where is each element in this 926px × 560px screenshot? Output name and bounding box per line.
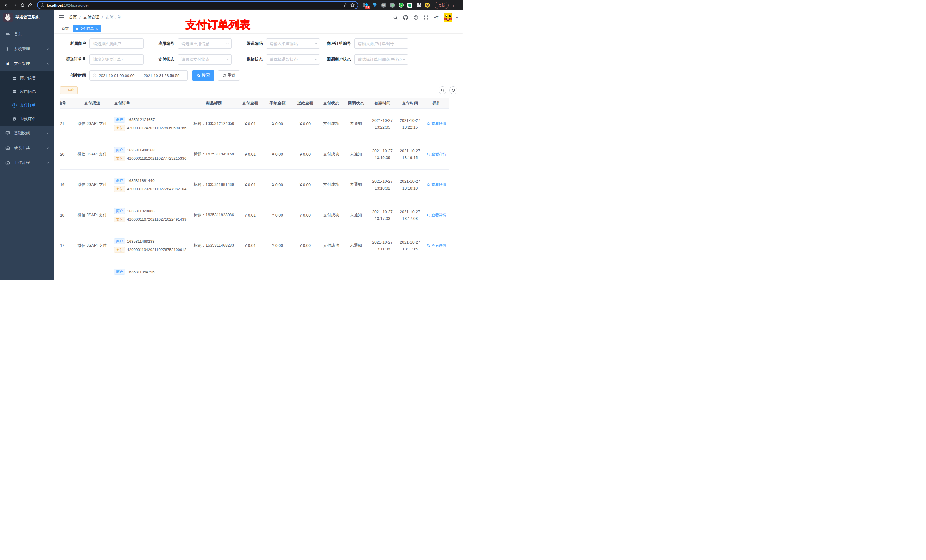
sidebar-item-workflow[interactable]: 工作流程 <box>0 155 54 170</box>
yen-icon: ¥ <box>5 62 10 66</box>
date-range-picker[interactable]: 2021-10-01 00:00:00 - 2021-10-31 23:59:5… <box>89 70 188 80</box>
merchant-tag: 商户 <box>114 269 125 275</box>
date-end: 2021-10-31 23:59:59 <box>144 73 179 78</box>
view-detail-link[interactable]: 查看详情 <box>427 152 446 157</box>
sidebar-item-system[interactable]: 系统管理 <box>0 42 54 56</box>
pay-tag: 支付 <box>114 247 125 253</box>
filter-row-3: 创建时间 2021-10-01 00:00:00 - 2021-10-31 23… <box>60 70 457 80</box>
url-text[interactable]: localhost:1024/pay/order <box>47 3 341 8</box>
browser-reload-button[interactable] <box>19 2 26 9</box>
view-detail-link[interactable]: 查看详情 <box>427 121 446 126</box>
tab-home[interactable]: 首页 <box>59 25 71 32</box>
refund-status-select[interactable] <box>266 54 320 65</box>
sidebar-item-merchant-info[interactable]: 商户信息 <box>0 71 54 85</box>
balloon-extension-icon[interactable] <box>372 3 377 8</box>
notify-status-select[interactable] <box>354 54 409 65</box>
sidebar-item-dev-tools[interactable]: 研发工具 <box>0 140 54 155</box>
channel-pay-no: 4200001174202110278060590766 <box>127 126 186 130</box>
chat-extension-icon[interactable] <box>407 3 412 8</box>
merchant-order-no-input[interactable] <box>354 38 409 49</box>
pay-order-cell: 商户 1635311468233 支付 42000011942021102767… <box>111 236 191 255</box>
sidebar-item-refund-order[interactable]: 退款订单 <box>0 112 54 126</box>
toggle-search-button[interactable] <box>439 86 446 94</box>
sidebar-collapse-icon[interactable] <box>59 15 64 20</box>
share-icon[interactable] <box>344 3 348 8</box>
extensions-row: 10 ⌘ y <box>363 3 430 8</box>
url-bar[interactable]: localhost:1024/pay/order <box>37 1 358 9</box>
site-info-icon[interactable] <box>41 3 44 7</box>
user-avatar[interactable] <box>443 13 452 22</box>
pay-order-cell: 商户 1635311949168 支付 42000011812021102777… <box>111 145 191 164</box>
annotation-title: 支付订单列表 <box>185 18 250 32</box>
browser-home-button[interactable] <box>27 2 34 9</box>
pay-order-cell: 商户 1635312124657 支付 42000011742021102780… <box>111 114 191 133</box>
pay-amount: ¥ 0.01 <box>237 183 264 187</box>
refund-amount: ¥ 0.00 <box>291 183 319 187</box>
filter-channel-order-no: 渠道订单号 <box>60 54 148 65</box>
pay-tag: 支付 <box>114 155 125 162</box>
filter-app-no: 应用编号 <box>148 38 237 49</box>
breadcrumb-payment[interactable]: 支付管理 <box>83 15 99 20</box>
app-logo-row[interactable]: 芋道管理系统 <box>0 10 54 24</box>
merchant-select-input[interactable] <box>89 38 144 49</box>
view-detail-link[interactable]: 查看详情 <box>427 213 446 218</box>
filter-refund-status: 退款状态 <box>237 54 325 65</box>
breadcrumb-home[interactable]: 首页 <box>69 15 77 20</box>
active-dot-icon <box>76 27 78 30</box>
notify-status: 未通知 <box>343 213 368 218</box>
pay-order-page: 所属商户 应用编号 渠道编码 商户订单编号 <box>54 33 463 280</box>
search-button[interactable]: 搜索 <box>192 70 215 80</box>
app-select-input[interactable] <box>178 38 232 49</box>
font-size-icon[interactable]: TT <box>434 15 438 20</box>
filter-row-2: 渠道订单号 支付状态 退款状态 回调商户状态 <box>60 54 457 65</box>
table-grid-icon <box>12 89 17 94</box>
tab-pay-order[interactable]: 支付订单 ✕ <box>73 25 101 32</box>
view-detail-link[interactable]: 查看详情 <box>427 243 446 248</box>
refresh-table-button[interactable] <box>449 86 457 94</box>
breadcrumb-current: 支付订单 <box>105 15 121 20</box>
merchant-tag: 商户 <box>114 117 125 122</box>
channel-order-no-input[interactable] <box>89 54 144 65</box>
extensions-puzzle-icon[interactable] <box>416 3 421 8</box>
pay-status-select[interactable] <box>178 54 232 65</box>
tab-groups-extension-icon[interactable]: 10 <box>363 3 368 8</box>
header-search-icon[interactable] <box>393 15 398 20</box>
fee-amount: ¥ 0.00 <box>264 122 291 126</box>
reset-button[interactable]: 重置 <box>218 70 240 80</box>
search-icon <box>441 89 445 92</box>
sidebar-item-pay-order[interactable]: ¥ 支付订单 <box>0 98 54 112</box>
product-title: 标题：1635312124656 <box>191 121 237 126</box>
view-detail-link[interactable]: 查看详情 <box>427 182 446 187</box>
channel-pay-no: 4200001181202110277723215336 <box>127 156 186 160</box>
browser-update-button[interactable]: 更新 <box>434 2 449 9</box>
gear-icon <box>5 47 10 51</box>
date-separator: - <box>137 73 142 78</box>
sidebar-item-infrastructure[interactable]: 基础设施 <box>0 126 54 140</box>
status-dot-extension-icon[interactable] <box>390 3 395 8</box>
chevron-down-icon <box>46 132 49 135</box>
channel-code-input[interactable] <box>266 38 320 49</box>
browser-menu-icon[interactable]: ⋮ <box>452 3 455 8</box>
help-icon[interactable] <box>413 15 418 20</box>
close-tab-icon[interactable]: ✕ <box>95 27 98 31</box>
filter-row-1: 所属商户 应用编号 渠道编码 商户订单编号 <box>60 38 457 49</box>
browser-back-button[interactable] <box>3 2 10 9</box>
profile-emoji-icon[interactable] <box>425 3 430 8</box>
sidebar-item-payment[interactable]: ¥ 支付管理 <box>0 56 54 71</box>
bookmark-star-icon[interactable] <box>350 3 355 8</box>
avatar-caret-icon[interactable]: ▼ <box>455 16 458 19</box>
merchant-order-no: 1635312124657 <box>127 118 155 122</box>
sidebar-item-app-info[interactable]: 应用信息 <box>0 85 54 98</box>
export-button[interactable]: 导出 <box>60 86 78 94</box>
y-extension-icon[interactable]: y <box>399 3 404 8</box>
browser-toolbar: localhost:1024/pay/order 10 ⌘ y 更新 ⋮ <box>0 0 463 10</box>
search-icon <box>427 152 430 156</box>
browser-forward-button[interactable] <box>11 2 18 9</box>
pay-order-cell: 商户 1635311823086 支付 42000011672021102710… <box>111 205 191 225</box>
sidebar-item-home[interactable]: 首页 <box>0 27 54 42</box>
fullscreen-icon[interactable] <box>424 15 428 20</box>
channel-pay-no: 4200001194202110276752100612 <box>127 248 186 252</box>
github-icon[interactable] <box>403 15 408 20</box>
app-title: 芋道管理系统 <box>15 15 39 20</box>
command-extension-icon[interactable]: ⌘ <box>381 3 386 8</box>
